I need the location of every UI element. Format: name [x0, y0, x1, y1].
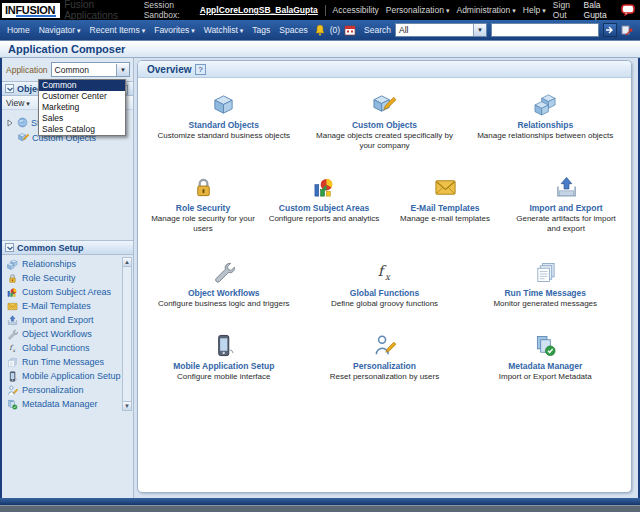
- overview-item-desc: Reset personalization by users: [310, 372, 460, 382]
- search-scope-select[interactable]: All ▼: [395, 23, 487, 37]
- application-dropdown-list: Common Customer Center Marketing Sales S…: [38, 79, 126, 136]
- nav-favorites[interactable]: Favorites: [154, 25, 194, 35]
- search-go-button[interactable]: [603, 23, 617, 37]
- sidebar-item-object-workflows[interactable]: Object Workflows: [2, 327, 121, 341]
- overview-item-metadata-manager[interactable]: Metadata Manager Import or Export Metada…: [470, 334, 620, 382]
- overview-item-title[interactable]: E-Mail Templates: [389, 203, 501, 213]
- accessibility-link[interactable]: Accessibility: [333, 5, 379, 15]
- dropdown-option-common[interactable]: Common: [39, 80, 125, 91]
- lock-icon: [192, 176, 215, 199]
- sidebar-item-label: Role Security: [22, 273, 76, 283]
- advanced-search-icon[interactable]: [621, 24, 633, 36]
- sidebar-item-email-templates[interactable]: E-Mail Templates: [2, 299, 121, 313]
- sidebar-item-relationships[interactable]: Relationships: [2, 257, 121, 271]
- personalization-menu[interactable]: Personalization: [386, 5, 450, 15]
- collapse-chevron-icon[interactable]: [5, 84, 14, 93]
- overview-item-relationships[interactable]: Relationships Manage relationships betwe…: [470, 93, 620, 151]
- sidebar-item-run-time-messages[interactable]: Run Time Messages: [2, 355, 121, 369]
- sidebar-item-label: Import and Export: [22, 315, 94, 325]
- sidebar-item-label: Personalization: [22, 385, 84, 395]
- overview-item-title[interactable]: Metadata Manager: [470, 361, 620, 371]
- overview-item-desc: Define global groovy functions: [310, 299, 460, 309]
- overview-item-title[interactable]: Global Functions: [310, 288, 460, 298]
- nav-home[interactable]: Home: [7, 25, 30, 35]
- overview-item-title[interactable]: Personalization: [310, 361, 460, 371]
- overview-item-personalization[interactable]: Personalization Reset personalization by…: [310, 334, 460, 382]
- metadata-icon: [534, 334, 557, 357]
- sidebar-item-custom-subject-areas[interactable]: Custom Subject Areas: [2, 285, 121, 299]
- collapse-chevron-icon[interactable]: [5, 243, 14, 252]
- session-sandbox-link[interactable]: ApplCoreLongSB_BalaGupta: [200, 5, 318, 15]
- bell-icon[interactable]: [314, 24, 326, 36]
- fx-icon: fx: [7, 343, 18, 354]
- nav-watchlist[interactable]: Watchlist: [204, 25, 244, 35]
- common-setup-panel-title: Common Setup: [17, 243, 84, 253]
- dropdown-option-sales[interactable]: Sales: [39, 113, 125, 124]
- common-setup-scrollbar[interactable]: ▲ ▼: [122, 257, 132, 411]
- scroll-up-button[interactable]: ▲: [123, 258, 131, 267]
- sidebar-item-personalization[interactable]: Personalization: [2, 383, 121, 397]
- sidebar-item-global-functions[interactable]: fxGlobal Functions: [2, 341, 121, 355]
- overview-item-desc: Manage objects created specifically by y…: [310, 131, 460, 151]
- chat-icon[interactable]: [621, 4, 635, 16]
- administration-menu[interactable]: Administration: [456, 5, 515, 15]
- overview-item-title[interactable]: Custom Subject Areas: [268, 203, 380, 213]
- infusion-logo: INFUSION: [2, 3, 60, 18]
- scroll-down-button[interactable]: ▼: [123, 401, 131, 410]
- sign-out-link[interactable]: Sign Out: [553, 0, 577, 20]
- calendar-icon[interactable]: [344, 24, 356, 36]
- nav-navigator[interactable]: Navigator: [39, 25, 81, 35]
- overview-row-3: Object Workflows Configure business logi…: [138, 261, 631, 309]
- overview-item-custom-subject-areas[interactable]: Custom Subject Areas Configure reports a…: [268, 176, 380, 234]
- sidebar-item-mobile-application-setup[interactable]: Mobile Application Setup: [2, 369, 121, 383]
- overview-item-title[interactable]: Relationships: [470, 120, 620, 130]
- divider: [325, 5, 326, 16]
- sphere-icon: [17, 117, 28, 128]
- overview-item-custom-objects[interactable]: Custom Objects Manage objects created sp…: [310, 93, 460, 151]
- overview-item-title[interactable]: Run Time Messages: [470, 288, 620, 298]
- help-menu[interactable]: Help: [523, 5, 546, 15]
- overview-item-mobile-application-setup[interactable]: Mobile Application Setup Configure mobil…: [149, 334, 299, 382]
- pages-icon: [7, 357, 18, 368]
- person-pencil-icon: [373, 334, 396, 357]
- overview-item-desc: Manage role security for your users: [147, 214, 259, 234]
- app-title: Fusion Applications: [64, 0, 144, 21]
- application-select[interactable]: Common ▼: [51, 62, 130, 77]
- overview-item-title[interactable]: Standard Objects: [149, 120, 299, 130]
- overview-item-import-and-export[interactable]: Import and Export Generate artifacts for…: [510, 176, 622, 234]
- dropdown-option-sales-catalog[interactable]: Sales Catalog: [39, 124, 125, 135]
- global-header-right: Session Sandbox: ApplCoreLongSB_BalaGupt…: [144, 0, 640, 20]
- sidebar-item-import-and-export[interactable]: Import and Export: [2, 313, 121, 327]
- nav-recent-items[interactable]: Recent Items: [90, 25, 146, 35]
- overview-item-title[interactable]: Import and Export: [510, 203, 622, 213]
- expand-triangle-icon[interactable]: [6, 119, 14, 127]
- chevron-down-icon[interactable]: ▼: [473, 24, 486, 36]
- overview-item-email-templates[interactable]: E-Mail Templates Manage e-mail templates: [389, 176, 501, 234]
- bottom-status-bar: [0, 505, 640, 512]
- dropdown-option-customer-center[interactable]: Customer Center: [39, 91, 125, 102]
- overview-item-title[interactable]: Object Workflows: [149, 288, 299, 298]
- help-icon[interactable]: ?: [195, 64, 206, 75]
- overview-item-desc: Configure business logic and triggers: [149, 299, 299, 309]
- overview-item-object-workflows[interactable]: Object Workflows Configure business logi…: [149, 261, 299, 309]
- overview-item-role-security[interactable]: Role Security Manage role security for y…: [147, 176, 259, 234]
- dropdown-option-marketing[interactable]: Marketing: [39, 102, 125, 113]
- nav-tags[interactable]: Tags: [252, 25, 270, 35]
- sidebar-item-role-security[interactable]: Role Security: [2, 271, 121, 285]
- import-export-icon: [555, 176, 578, 199]
- view-menu-button[interactable]: View: [6, 98, 30, 108]
- wrench-icon: [7, 329, 18, 340]
- overview-item-title[interactable]: Mobile Application Setup: [149, 361, 299, 371]
- overview-item-standard-objects[interactable]: Standard Objects Customize standard busi…: [149, 93, 299, 151]
- overview-item-global-functions[interactable]: fx Global Functions Define global groovy…: [310, 261, 460, 309]
- svg-text:x: x: [385, 272, 391, 282]
- overview-item-run-time-messages[interactable]: Run Time Messages Monitor generated mess…: [470, 261, 620, 309]
- common-setup-panel-header: Common Setup: [2, 240, 133, 255]
- nav-spaces[interactable]: Spaces: [279, 25, 307, 35]
- search-scope-value: All: [399, 25, 408, 35]
- overview-item-title[interactable]: Role Security: [147, 203, 259, 213]
- sidebar-item-metadata-manager[interactable]: Metadata Manager: [2, 397, 121, 411]
- search-input[interactable]: [491, 23, 599, 37]
- chevron-down-icon[interactable]: ▼: [116, 64, 129, 76]
- overview-item-title[interactable]: Custom Objects: [310, 120, 460, 130]
